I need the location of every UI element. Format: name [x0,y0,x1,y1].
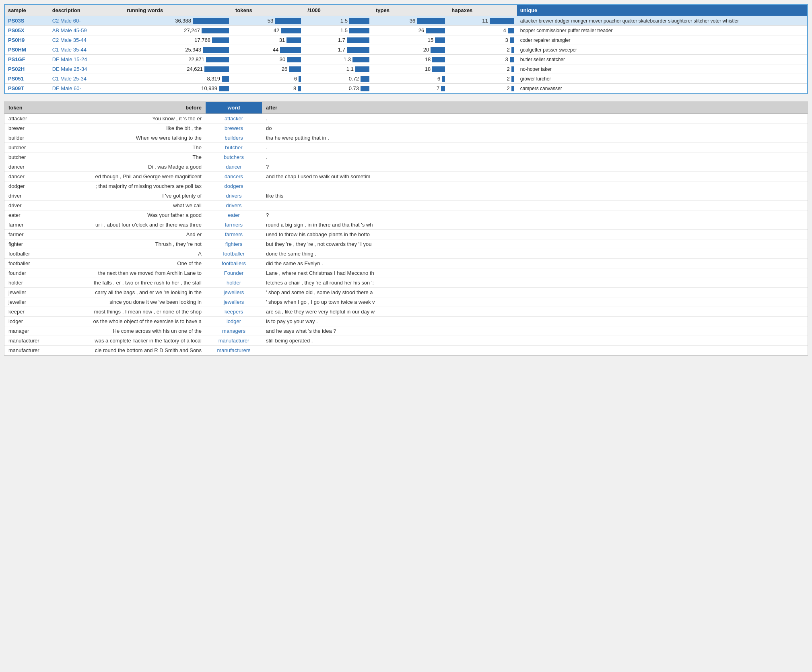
sample-cell[interactable]: PS02H [5,64,49,74]
token-cell: dodger [4,181,53,191]
bottom-table-row: founderthe next then we moved from Archl… [4,268,808,278]
before-cell: The [53,153,206,162]
bottom-table-row: footballerAfootballerdone the same thing… [4,249,808,259]
tokens-cell: 42 [232,26,304,35]
running-words-cell: 36,388 [124,16,232,26]
word-cell[interactable]: holder [206,278,262,288]
sample-cell[interactable]: PS1GF [5,55,49,64]
word-cell[interactable]: butcher [206,143,262,153]
bottom-table-row: jewellersince you done it we 've been lo… [4,297,808,307]
word-cell[interactable]: footballers [206,259,262,268]
after-cell: do [262,124,808,133]
hapaxes-cell: 4 [448,26,517,35]
word-cell[interactable]: eater [206,210,262,220]
word-cell[interactable]: attacker [206,114,262,124]
word-cell[interactable]: fighters [206,239,262,249]
header-types: types [373,5,448,16]
header-tokens: tokens [232,5,304,16]
word-cell[interactable]: Founder [206,268,262,278]
unique-cell: grower lurcher [517,74,807,84]
before-cell: The [53,143,206,153]
after-cell: is to pay yo your way . [262,317,808,326]
word-cell[interactable]: drivers [206,191,262,201]
word-cell[interactable]: jewellers [206,297,262,307]
bottom-table-row: butcherThebutchers. [4,153,808,162]
hapaxes-cell: 2 [448,64,517,74]
word-cell[interactable]: dancers [206,172,262,181]
sample-cell[interactable]: PS0H9 [5,35,49,45]
after-cell: . [262,153,808,162]
per1000-cell: 1.5 [304,26,373,35]
before-cell: os the whole object of the exercise is t… [53,317,206,326]
sample-cell[interactable]: PS03S [5,16,49,26]
sample-cell[interactable]: PS051 [5,74,49,84]
word-cell[interactable]: dodgers [206,181,262,191]
sample-cell[interactable]: PS05X [5,26,49,35]
sample-cell[interactable]: PS0HM [5,45,49,55]
word-cell[interactable]: managers [206,326,262,336]
bottom-table-row: manufacturerwas a complete Tacker in the… [4,336,808,346]
unique-cell: butler seller snatcher [517,55,807,64]
word-cell[interactable]: brewers [206,124,262,133]
word-cell[interactable]: jewellers [206,288,262,297]
bottom-table-row: jewellercarry all the bags , and er we '… [4,288,808,297]
word-cell[interactable]: manufacturers [206,346,262,355]
before-cell: since you done it we 've been looking in [53,297,206,307]
before-cell: the falls , er , two or three rush to he… [53,278,206,288]
after-cell: did the same as Evelyn . [262,259,808,268]
word-cell[interactable]: drivers [206,201,262,210]
unique-cell: coder repairer strangler [517,35,807,45]
tokens-cell: 8 [232,84,304,93]
word-cell[interactable]: manufacturer [206,336,262,346]
top-table-row: PS02HDE Male 25-3424,621261.1182no-hoper… [5,64,807,74]
description-cell: DE Male 25-34 [49,64,124,74]
token-cell: farmer [4,220,53,230]
per1000-cell: 1.5 [304,16,373,26]
after-cell: ? [262,162,808,172]
bottom-table-row: driverwhat we calldrivers [4,201,808,210]
token-cell: butcher [4,143,53,153]
bottom-table-row: dancered though , Phil and George were m… [4,172,808,181]
word-cell[interactable]: farmers [206,230,262,239]
top-table-row: PS0HMC1 Male 35-4425,943441.7202goalgett… [5,45,807,55]
before-cell: cle round the bottom and R D Smith and S… [53,346,206,355]
running-words-cell: 8,319 [124,74,232,84]
word-cell[interactable]: butchers [206,153,262,162]
per1000-cell: 1.1 [304,64,373,74]
hapaxes-cell: 3 [448,55,517,64]
word-cell[interactable]: footballer [206,249,262,259]
bottom-table-row: managerHe come across with his un one of… [4,326,808,336]
before-cell: He come across with his un one of the [53,326,206,336]
types-cell: 6 [373,74,448,84]
word-cell[interactable]: farmers [206,220,262,230]
top-table-row: PS03SC2 Male 60-36,388531.53611attacker … [5,16,807,26]
word-cell[interactable]: keepers [206,307,262,317]
top-table-header-row: sample description running words tokens … [5,5,807,16]
hapaxes-cell: 11 [448,16,517,26]
token-cell: footballer [4,249,53,259]
tokens-cell: 26 [232,64,304,74]
after-cell: ' shop and some old , some lady stood th… [262,288,808,297]
token-cell: founder [4,268,53,278]
types-cell: 18 [373,55,448,64]
token-cell: attacker [4,114,53,124]
after-cell: Lane , where next Christmas I had Meccan… [262,268,808,278]
top-table: sample description running words tokens … [5,5,807,93]
bottom-table-row: dancerDi , was Madge a gooddancer? [4,162,808,172]
before-cell: most things , I mean now , er none of th… [53,307,206,317]
token-cell: manufacturer [4,346,53,355]
word-cell[interactable]: builders [206,133,262,143]
word-cell[interactable]: dancer [206,162,262,172]
description-cell: AB Male 45-59 [49,26,124,35]
before-cell: And er [53,230,206,239]
token-cell: jeweller [4,288,53,297]
before-cell: what we call [53,201,206,210]
word-cell[interactable]: lodger [206,317,262,326]
hapaxes-cell: 2 [448,84,517,93]
sample-cell[interactable]: PS09T [5,84,49,93]
description-cell: DE Male 15-24 [49,55,124,64]
top-table-row: PS05XAB Male 45-5927,247421.5264bopper c… [5,26,807,35]
header-word: word [206,102,262,114]
running-words-cell: 22,871 [124,55,232,64]
token-cell: holder [4,278,53,288]
